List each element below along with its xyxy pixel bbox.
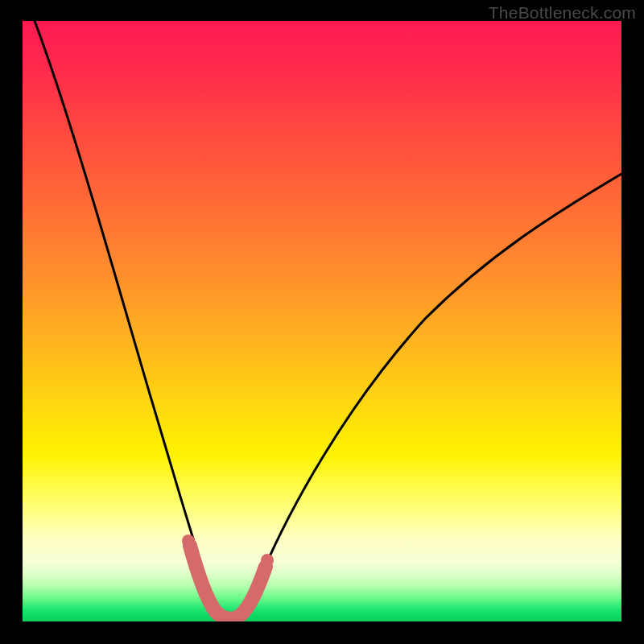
- bead-icon: [189, 556, 200, 568]
- bead-icon: [255, 572, 266, 584]
- highlight-segment: [190, 546, 266, 619]
- watermark-text: TheBottleneck.com: [489, 3, 636, 23]
- chart-frame: TheBottleneck.com: [0, 0, 644, 644]
- bead-icon: [261, 554, 274, 567]
- bead-icon: [182, 535, 195, 547]
- plot-area: [23, 21, 621, 621]
- curve-layer: [23, 21, 621, 621]
- bottleneck-curve: [35, 21, 621, 617]
